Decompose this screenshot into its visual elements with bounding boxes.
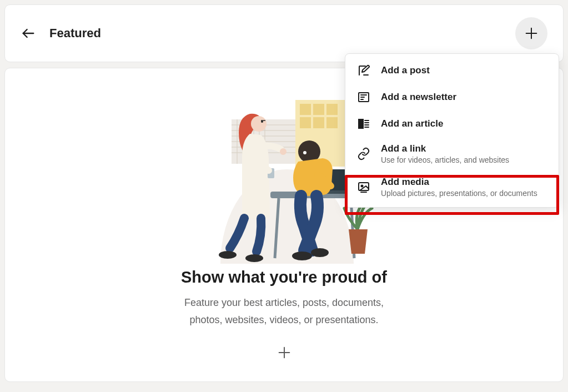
empty-state-subtext: Feature your best articles, posts, docum… [168,294,401,328]
empty-state-heading: Show what you're proud of [181,268,387,287]
dropdown-item-add-media[interactable]: Add media Upload pictures, presentations… [345,170,559,204]
article-icon [356,117,371,131]
add-featured-button[interactable] [515,17,547,49]
svg-rect-20 [313,117,324,128]
link-icon [356,147,371,161]
svg-rect-21 [326,117,338,128]
media-icon [356,180,371,194]
dropdown-item-add-link[interactable]: Add a link Use for videos, articles, and… [345,137,559,170]
dropdown-item-sublabel: Upload pictures, presentations, or docum… [381,189,537,198]
dropdown-item-label: Add a newsletter [381,92,456,103]
dropdown-item-label: Add a post [381,65,430,76]
svg-point-50 [245,254,263,262]
svg-point-49 [219,251,237,259]
dropdown-item-label: Add a link [381,143,509,154]
svg-point-44 [251,116,267,132]
svg-point-42 [311,248,329,257]
add-featured-plus-icon[interactable] [277,345,292,363]
dropdown-item-add-article[interactable]: Add an article [345,110,559,137]
page-title: Featured [49,26,101,41]
svg-rect-7 [359,119,363,128]
dropdown-item-sublabel: Use for videos, articles, and websites [381,155,509,164]
back-arrow-icon[interactable] [21,26,36,41]
add-featured-dropdown: Add a post Add a newsletter [345,53,559,208]
svg-point-47 [280,148,286,155]
svg-rect-19 [300,117,311,128]
svg-rect-16 [300,104,311,115]
dropdown-item-label: Add an article [381,118,443,129]
svg-rect-18 [326,104,338,115]
svg-point-41 [292,252,312,260]
dropdown-item-add-post[interactable]: Add a post [345,57,559,84]
compose-icon [356,63,371,78]
svg-rect-17 [313,104,324,115]
svg-point-43 [303,151,306,154]
svg-point-13 [361,185,363,187]
newsletter-icon [356,90,371,104]
dropdown-item-label: Add media [381,177,537,188]
dropdown-item-add-newsletter[interactable]: Add a newsletter [345,84,559,110]
